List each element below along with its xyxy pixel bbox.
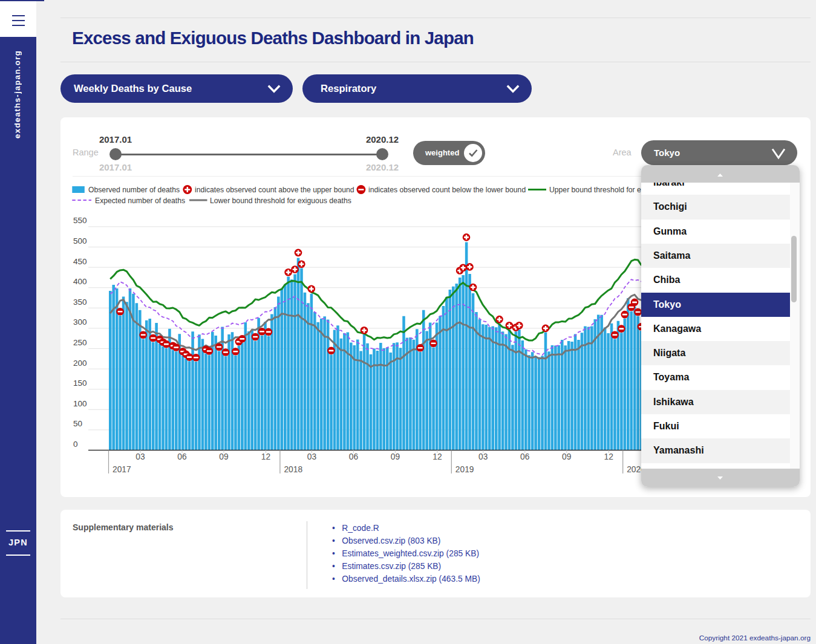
svg-text:200: 200 [73,359,87,368]
svg-text:03: 03 [478,452,488,461]
svg-text:09: 09 [219,452,229,461]
svg-text:06: 06 [520,452,530,461]
svg-text:Expected number of deaths: Expected number of deaths [95,197,185,205]
svg-text:03: 03 [135,452,145,461]
svg-text:06: 06 [349,452,359,461]
svg-text:300: 300 [73,317,87,327]
svg-text:12: 12 [432,452,442,461]
svg-text:12: 12 [261,452,270,461]
svg-text:12: 12 [604,452,613,461]
svg-text:350: 350 [73,298,87,307]
svg-text:03: 03 [307,452,317,461]
svg-text:Lower bound threshold for exig: Lower bound threshold for exiguous death… [210,197,351,205]
svg-text:2018: 2018 [284,465,302,474]
svg-text:50: 50 [73,419,82,428]
svg-text:09: 09 [562,452,572,461]
svg-text:100: 100 [73,399,87,408]
svg-text:09: 09 [391,452,400,461]
svg-text:2019: 2019 [455,465,474,474]
svg-text:indicates observed count above: indicates observed count above the upper… [195,186,354,194]
svg-text:Observed number of deaths: Observed number of deaths [88,186,180,194]
svg-text:400: 400 [73,277,87,286]
svg-text:250: 250 [73,338,87,347]
svg-text:500: 500 [73,236,87,246]
svg-text:indicates observed count below: indicates observed count below the lower… [368,186,526,194]
svg-text:550: 550 [73,216,87,225]
svg-text:0: 0 [73,440,78,449]
svg-text:06: 06 [177,452,187,461]
svg-text:150: 150 [73,379,87,388]
svg-text:450: 450 [73,257,87,266]
svg-text:2017: 2017 [113,465,131,474]
